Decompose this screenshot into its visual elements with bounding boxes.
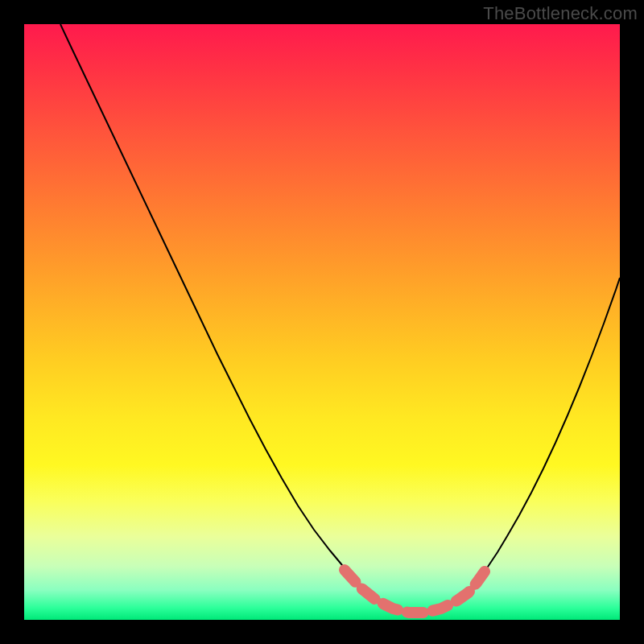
watermark-text: TheBottleneck.com <box>483 3 638 24</box>
bottom-marker-dots <box>345 570 485 613</box>
curve-layer <box>24 24 620 620</box>
chart-frame: TheBottleneck.com <box>0 0 644 644</box>
plot-area <box>24 24 620 620</box>
bottleneck-curve <box>60 24 620 613</box>
